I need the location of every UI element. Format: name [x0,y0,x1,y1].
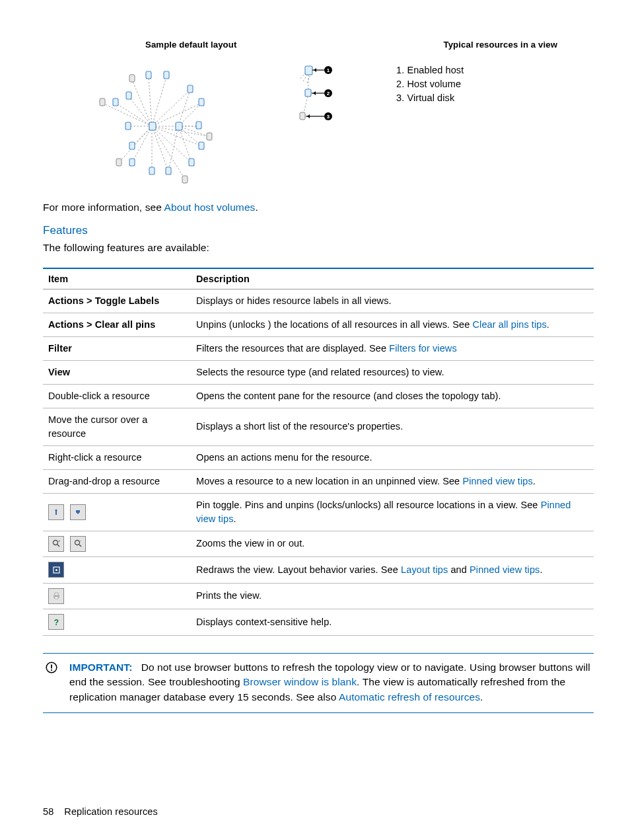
page: Sample default layout Typical resources … [0,0,630,840]
table-row: Filter Filters the resources that are di… [43,336,594,360]
diagrams-row: 1 2 3 1. Enabled host 2. Host volume 3. … [43,55,594,188]
table-row: View Selects the resource type (and rela… [43,360,594,384]
svg-line-2 [152,77,166,126]
svg-marker-60 [313,91,316,95]
svg-text:3: 3 [327,114,330,120]
layout-tips-link[interactable]: Layout tips [401,564,448,575]
auto-refresh-link[interactable]: Automatic refresh of resources [339,691,480,703]
svg-text:2: 2 [327,91,330,96]
table-row: + - Zooms the view in or out. [43,531,594,557]
clear-all-pins-tips-link[interactable]: Clear all pins tips [473,319,547,330]
browser-blank-link[interactable]: Browser window is blank [243,676,357,687]
pinned-view-tips-link-3[interactable]: Pinned view tips [470,564,540,575]
pinned-view-tips-link[interactable]: Pinned view tips [462,476,532,486]
zoom-out-icon: - [70,536,86,552]
svg-line-68 [57,545,59,547]
svg-text:1: 1 [327,67,330,73]
table-row: Actions > Toggle Labels Displays or hide… [43,289,594,313]
table-row: Redraws the view. Layout behavior varies… [43,557,594,584]
svg-rect-34 [113,98,118,106]
features-heading: Features [43,224,594,237]
svg-point-74 [55,569,57,571]
svg-rect-38 [207,133,212,140]
unpin-icon [70,504,86,520]
svg-rect-44 [149,167,155,174]
page-footer: 58Replication resources [43,806,158,817]
svg-rect-77 [55,597,58,599]
svg-line-3 [152,90,190,126]
svg-rect-54 [300,112,305,120]
svg-point-70 [75,541,79,545]
features-intro: The following features are available: [43,240,594,255]
svg-rect-45 [166,167,171,174]
table-row: Double-click a resource Opens the conten… [43,384,594,408]
diagram-headers: Sample default layout Typical resources … [145,40,557,50]
svg-line-13 [152,126,192,163]
table-row: ? Displays context-sensitive help. [43,609,594,636]
svg-rect-30 [164,71,169,79]
svg-rect-80 [51,664,52,668]
important-icon [43,662,60,675]
page-number: 58 [43,806,53,817]
svg-rect-29 [146,71,151,79]
svg-rect-46 [182,176,188,183]
about-host-volumes-link[interactable]: About host volumes [164,202,256,213]
svg-line-0 [132,80,152,126]
legend-1: 1. Enabled host [396,63,464,77]
important-label: IMPORTANT: [69,662,132,673]
svg-text:+: + [58,539,61,543]
th-desc: Description [191,268,594,289]
left-diagram-title: Sample default layout [145,40,236,50]
svg-rect-26 [149,122,156,130]
table-row: Drag-and-drop a resource Moves a resourc… [43,469,594,493]
svg-rect-31 [188,85,193,93]
svg-rect-43 [129,159,135,166]
th-item: Item [43,268,191,289]
pin-icon [48,504,64,520]
svg-rect-27 [176,122,182,130]
filters-for-views-link[interactable]: Filters for views [389,343,456,354]
svg-line-71 [79,545,81,547]
footer-title: Replication resources [64,806,158,817]
zoom-in-icon: + [48,536,64,552]
svg-rect-41 [189,159,194,166]
svg-line-19 [178,90,190,126]
svg-text:?: ? [53,618,58,627]
legend-3: 3. Virtual disk [396,91,464,105]
svg-line-14 [119,126,152,163]
svg-rect-39 [199,142,204,149]
svg-point-67 [53,541,57,545]
table-row: Actions > Clear all pins Unpins (unlocks… [43,313,594,336]
svg-rect-81 [51,669,52,671]
redraw-icon [48,562,64,578]
table-row: Prints the view. [43,583,594,609]
intro-line: For more information, see About host vol… [43,200,594,215]
svg-line-1 [149,77,152,126]
svg-rect-76 [55,593,58,595]
svg-rect-35 [199,98,204,106]
svg-rect-53 [305,89,311,96]
svg-rect-42 [116,159,122,166]
svg-line-4 [129,96,152,126]
legend: 1. Enabled host 2. Host volume 3. Virtua… [396,63,464,105]
right-diagram-title: Typical resources in a view [443,40,557,50]
svg-line-24 [178,126,192,163]
table-row: Right-click a resource Opens an actions … [43,445,594,469]
table-row: Pin toggle. Pins and unpins (locks/unloc… [43,493,594,531]
svg-rect-52 [305,66,312,75]
table-row: Move the cursor over a resource Displays… [43,408,594,445]
svg-rect-37 [196,122,201,129]
svg-line-6 [116,103,152,126]
help-icon: ? [48,614,64,630]
sample-layout-diagram [43,55,294,188]
svg-rect-28 [129,75,135,82]
svg-marker-64 [307,114,310,118]
svg-text:-: - [80,539,81,543]
legend-2: 2. Host volume [396,77,464,91]
features-table: Item Description Actions > Toggle Labels… [43,268,594,636]
print-icon [48,588,64,604]
svg-rect-36 [125,122,131,130]
svg-rect-40 [129,142,135,149]
svg-marker-56 [314,68,316,72]
important-note: IMPORTANT: Do not use browser buttons to… [43,653,594,713]
